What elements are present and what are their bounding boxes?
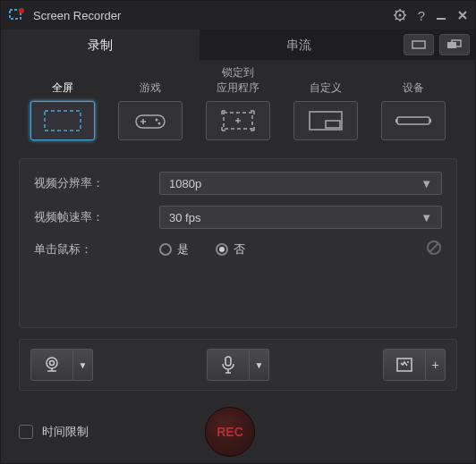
webcam-dropdown[interactable]: ▼ — [73, 349, 93, 381]
svg-line-19 — [429, 243, 438, 252]
minimize-button[interactable] — [436, 10, 446, 21]
app-logo-icon — [8, 6, 26, 24]
app-title: Screen Recorder — [33, 9, 393, 22]
framerate-label: 视频帧速率： — [34, 209, 159, 225]
svg-rect-15 — [397, 117, 429, 124]
framerate-dropdown[interactable]: 30 fps ▼ — [159, 206, 442, 229]
svg-rect-23 — [397, 359, 412, 371]
svg-point-1 — [19, 8, 24, 13]
clicks-yes-radio[interactable]: 是 — [159, 241, 189, 257]
mic-button[interactable] — [207, 349, 250, 381]
tab-stream[interactable]: 串流 — [200, 30, 398, 60]
mic-dropdown[interactable]: ▼ — [250, 349, 269, 381]
overlay-button[interactable] — [383, 349, 426, 381]
help-icon[interactable]: ? — [418, 8, 425, 23]
chevron-down-icon: ▼ — [421, 211, 432, 224]
radio-icon — [159, 243, 172, 256]
plus-icon: + — [431, 358, 438, 372]
chevron-down-icon: ▼ — [421, 177, 432, 190]
overlay-add[interactable]: + — [426, 349, 446, 381]
close-button[interactable] — [457, 10, 468, 21]
mode-custom[interactable]: 自定义 — [293, 69, 358, 140]
extras-panel: ▼ ▼ + — [19, 339, 457, 391]
mode-device[interactable]: 设备 — [381, 69, 446, 140]
mode-game-label: 游戏 — [140, 69, 161, 96]
svg-point-3 — [398, 14, 401, 17]
resolution-dropdown[interactable]: 1080p ▼ — [159, 172, 442, 195]
chevron-down-icon: ▼ — [79, 360, 88, 370]
mode-fullscreen[interactable]: 全屏 — [30, 69, 95, 140]
chevron-down-icon: ▼ — [255, 360, 264, 370]
svg-rect-17 — [429, 119, 431, 122]
resolution-value: 1080p — [169, 177, 201, 190]
svg-rect-22 — [225, 357, 231, 366]
preview-multi-button[interactable] — [439, 34, 470, 55]
custom-icon — [293, 101, 358, 140]
tab-record[interactable]: 录制 — [1, 30, 200, 60]
svg-rect-8 — [45, 111, 81, 131]
mode-device-label: 设备 — [403, 69, 424, 96]
time-limit-label: 时间限制 — [42, 424, 89, 440]
preview-single-button[interactable] — [404, 34, 434, 55]
resolution-label: 视频分辨率： — [34, 175, 159, 191]
svg-point-10 — [156, 119, 158, 122]
settings-panel: 视频分辨率： 1080p ▼ 视频帧速率： 30 fps ▼ 单击鼠标： 是 否 — [19, 158, 457, 328]
rec-label: REC — [217, 425, 243, 439]
clicks-label: 单击鼠标： — [34, 241, 159, 257]
svg-point-20 — [47, 358, 57, 368]
time-limit-checkbox[interactable] — [19, 425, 33, 439]
mode-custom-label: 自定义 — [310, 69, 342, 96]
mode-lockapp-label: 锁定到 应用程序 — [217, 69, 259, 96]
clicks-no-label: 否 — [234, 241, 245, 257]
settings-icon[interactable] — [393, 8, 407, 22]
clicks-yes-label: 是 — [177, 241, 189, 257]
svg-point-24 — [407, 361, 409, 363]
svg-rect-9 — [136, 115, 165, 128]
radio-icon — [216, 243, 228, 256]
webcam-button[interactable] — [30, 349, 73, 381]
lockapp-icon — [206, 101, 270, 140]
mode-lockapp[interactable]: 锁定到 应用程序 — [206, 69, 270, 140]
gamepad-icon — [118, 101, 183, 140]
svg-point-11 — [158, 122, 161, 125]
svg-rect-5 — [412, 41, 425, 48]
svg-rect-14 — [326, 121, 340, 128]
mode-fullscreen-label: 全屏 — [52, 69, 73, 96]
clicks-no-radio[interactable]: 否 — [216, 241, 245, 257]
mode-game[interactable]: 游戏 — [118, 69, 183, 140]
record-button[interactable]: REC — [205, 407, 255, 457]
device-icon — [381, 101, 446, 140]
svg-point-21 — [50, 361, 55, 366]
disabled-icon[interactable] — [426, 240, 442, 258]
fullscreen-icon — [30, 101, 95, 140]
framerate-value: 30 fps — [169, 211, 200, 224]
svg-rect-16 — [395, 119, 397, 122]
